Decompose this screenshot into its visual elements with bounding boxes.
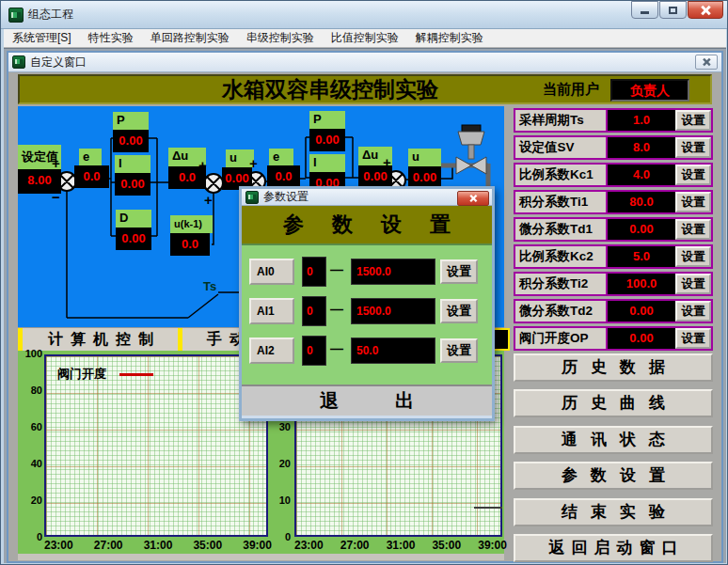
close-icon	[701, 6, 710, 15]
menu-system[interactable]: 系统管理[S]	[4, 30, 80, 46]
param-label: 设定值SV	[515, 137, 608, 158]
param-row-ti2: 积分系数Ti2 100.0 设置	[514, 272, 713, 296]
menu-single-loop-exp[interactable]: 单回路控制实验	[142, 30, 238, 46]
history-curve-button[interactable]: 历史曲线	[514, 389, 713, 417]
channel-label: AI0	[249, 259, 294, 285]
app-icon	[8, 8, 24, 23]
chart2-trace-line	[474, 507, 502, 509]
channel-label: AI1	[249, 298, 294, 324]
set-button[interactable]: 设置	[675, 165, 711, 185]
param-label: 积分系数Ti2	[515, 274, 608, 294]
dialog-row-ai1: AI1 0 — 1500.0 设置	[242, 296, 492, 326]
param-value: 0.00	[608, 301, 675, 322]
minimize-icon	[641, 11, 649, 14]
minimize-button[interactable]	[631, 1, 658, 19]
set-button[interactable]: 设置	[675, 137, 711, 158]
block-i1-label: I	[115, 155, 150, 173]
close-button[interactable]	[688, 1, 723, 19]
param-label: 积分系数Ti1	[515, 192, 608, 212]
high-value-field[interactable]: 1500.0	[351, 259, 435, 285]
comm-status-button[interactable]: 通讯状态	[514, 426, 713, 454]
sum-sign-plus-1: +	[52, 159, 60, 168]
dialog-close-icon	[469, 195, 477, 202]
dialog-set-button[interactable]: 设置	[440, 338, 478, 363]
param-setting-button[interactable]: 参数设置	[514, 462, 713, 490]
menu-ratio-exp[interactable]: 比值控制实验	[323, 30, 407, 46]
dialog-titlebar: 参数设置	[239, 186, 495, 206]
set-button[interactable]: 设置	[675, 192, 711, 212]
param-value: 0.00	[608, 219, 675, 240]
menu-cascade-exp[interactable]: 串级控制实验	[238, 30, 323, 46]
dialog-set-button[interactable]: 设置	[440, 299, 478, 323]
set-button[interactable]: 设置	[675, 246, 711, 267]
param-value: 0.00	[608, 328, 675, 349]
param-row-ts: 采样周期Ts 1.0 设置	[514, 108, 713, 133]
yellow-separator	[178, 328, 182, 352]
end-experiment-button[interactable]: 结束实验	[514, 498, 713, 526]
set-button[interactable]: 设置	[675, 219, 711, 240]
param-label: 微分系数Td1	[515, 219, 608, 240]
dialog-set-button[interactable]: 设置	[440, 259, 478, 284]
sum-sign-plus-5: +	[383, 158, 391, 167]
range-dash: —	[330, 302, 349, 317]
chart1-x-axis: 23:0027:00 31:0035:00 39:00	[44, 539, 272, 552]
range-dash: —	[330, 341, 349, 356]
block-i2-label: I	[309, 154, 345, 172]
history-data-button[interactable]: 历史数据	[514, 353, 713, 382]
dialog-icon	[245, 191, 259, 204]
sum-sign-minus-1: −	[52, 193, 60, 202]
block-uk1-label: u(k-1)	[170, 215, 213, 233]
sum-sign-plus-3: +	[204, 196, 213, 205]
high-value-field[interactable]: 50.0	[351, 337, 435, 364]
main-window: 组态工程 系统管理[S] 特性实验 单回路控制实验 串级控制实验 比值控制实验 …	[0, 0, 728, 565]
param-label: 微分系数Td2	[515, 301, 608, 322]
block-uk1-value: 0.0	[170, 233, 210, 256]
mdi-title: 自定义窗口	[30, 55, 87, 71]
block-p1-value: 0.00	[113, 130, 149, 152]
set-button[interactable]: 设置	[675, 328, 711, 349]
sum-sign-plus-2: +	[198, 161, 207, 170]
exit-button[interactable]: 退出	[242, 385, 492, 416]
dialog-title: 参数设置	[263, 189, 309, 205]
block-e2-value: 0.0	[267, 165, 300, 188]
menu-characteristic-exp[interactable]: 特性实验	[80, 30, 142, 46]
mdi-close-icon	[703, 58, 710, 66]
set-button[interactable]: 设置	[675, 110, 711, 131]
param-row-td2: 微分系数Td2 0.00 设置	[514, 299, 713, 323]
dialog-row-ai2: AI2 0 — 50.0 设置	[242, 336, 492, 366]
dialog-body: AI0 0 — 1500.0 设置 AI1 0 — 1500.0 设置 AI2 …	[242, 243, 492, 385]
block-e1-label: e	[79, 149, 102, 165]
set-button[interactable]: 设置	[675, 301, 711, 322]
chart1-plot-area: 阀门开度	[44, 354, 268, 537]
maximize-button[interactable]	[659, 1, 687, 19]
param-label: 采样周期Ts	[515, 110, 608, 131]
chart1-y-axis: 10080 6040 200	[18, 348, 42, 542]
dialog-header: 参数设置	[242, 206, 492, 243]
mdi-close-button[interactable]	[695, 55, 718, 70]
low-value-field[interactable]: 0	[302, 336, 326, 366]
dialog-close-button[interactable]	[457, 191, 489, 206]
computer-control-button[interactable]: 计算机控制	[24, 328, 178, 352]
param-value: 80.0	[608, 192, 675, 212]
block-e2-label: e	[269, 149, 293, 165]
param-value: 1.0	[608, 110, 675, 131]
block-p1-label: P	[113, 112, 149, 130]
high-value-field[interactable]: 1500.0	[351, 298, 435, 324]
legend-label: 阀门开度	[57, 366, 106, 383]
return-start-window-button[interactable]: 返回启动窗口	[514, 534, 713, 562]
param-row-ti1: 积分系数Ti1 80.0 设置	[514, 190, 713, 214]
page-title: 水箱双容串级控制实验	[166, 75, 495, 104]
menu-decoupling-exp[interactable]: 解耦控制实验	[407, 30, 492, 46]
window-title: 组态工程	[28, 7, 73, 23]
set-button[interactable]: 设置	[675, 274, 711, 294]
block-i1-value: 0.00	[115, 173, 150, 196]
mdi-window-icon	[12, 55, 25, 69]
block-u2-label: u	[408, 149, 441, 166]
low-value-field[interactable]: 0	[302, 296, 326, 326]
low-value-field[interactable]: 0	[302, 257, 326, 287]
param-value: 8.0	[608, 137, 675, 158]
range-dash: —	[330, 262, 349, 277]
param-label: 比例系数Kc1	[515, 165, 608, 185]
current-user-value: 负责人	[610, 79, 689, 102]
block-e1-value: 0.0	[74, 165, 109, 188]
